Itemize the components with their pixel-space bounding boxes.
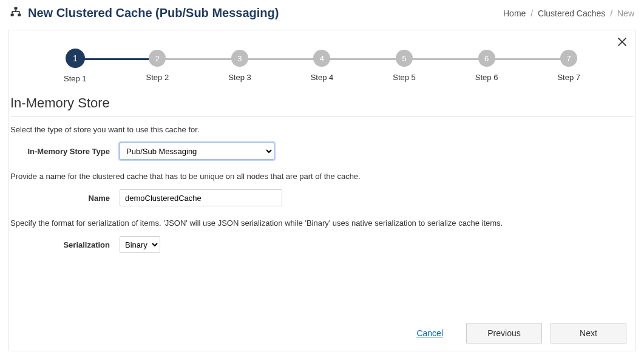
next-button[interactable]: Next (551, 323, 626, 343)
breadcrumb-clustered-caches[interactable]: Clustered Caches (538, 8, 605, 18)
previous-button[interactable]: Previous (466, 323, 542, 343)
close-button[interactable] (615, 35, 629, 50)
breadcrumb-home[interactable]: Home (503, 8, 526, 18)
breadcrumb-current: New (617, 8, 634, 18)
name-label: Name (10, 194, 120, 203)
divider (10, 116, 634, 117)
serialization-select[interactable]: Binary (120, 236, 160, 253)
serialization-label: Serialization (10, 240, 120, 249)
section-title: In-Memory Store (10, 95, 634, 111)
step-3[interactable]: 3 Step 3 (228, 50, 251, 82)
cancel-link[interactable]: Cancel (416, 328, 443, 338)
name-description: Provide a name for the clustered cache t… (10, 172, 634, 181)
step-7[interactable]: 7 Step 7 (557, 50, 580, 82)
wizard-stepper: 1 Step 1 2 Step 2 3 Step 3 4 Step 4 5 St… (9, 30, 635, 89)
step-5[interactable]: 5 Step 5 (393, 50, 416, 82)
breadcrumb: Home / Clustered Caches / New (503, 8, 634, 18)
sitemap-icon (10, 6, 22, 20)
svg-rect-0 (15, 7, 18, 10)
serialization-description: Specify the format for serialization of … (10, 218, 634, 228)
svg-rect-2 (18, 14, 21, 16)
step-2[interactable]: 2 Step 2 (146, 50, 169, 82)
page-title: New Clustered Cache (Pub/Sub Messaging) (28, 6, 279, 20)
store-type-select[interactable]: Pub/Sub Messaging (120, 143, 274, 160)
svg-rect-1 (11, 14, 14, 16)
store-type-label: In-Memory Store Type (10, 147, 120, 156)
step-6[interactable]: 6 Step 6 (475, 50, 498, 82)
store-type-description: Select the type of store you want to use… (10, 125, 634, 134)
step-4[interactable]: 4 Step 4 (311, 50, 334, 82)
name-input[interactable] (120, 189, 282, 206)
step-1[interactable]: 1 Step 1 (64, 49, 87, 83)
